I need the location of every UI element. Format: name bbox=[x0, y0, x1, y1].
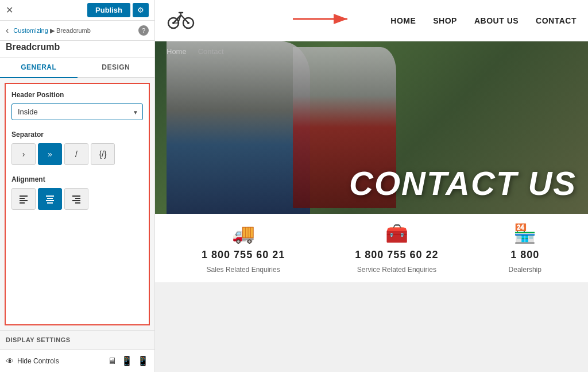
header-position-select-wrapper: Inside Outside bbox=[11, 103, 143, 120]
eye-icon: 👁 bbox=[6, 356, 14, 366]
separator-group: Separator › » / {/} bbox=[11, 131, 143, 165]
breadcrumb-parent-link[interactable]: Customizing bbox=[13, 27, 48, 34]
hide-controls-label: Hide Controls bbox=[17, 357, 59, 365]
info-item-2: 🧰 1 800 755 60 22 Service Related Enquir… bbox=[355, 223, 438, 274]
site-nav: HOME SHOP ABOUT US CONTACT bbox=[155, 0, 588, 41]
tabs-bar: GENERAL DESIGN bbox=[0, 57, 154, 78]
nav-contact[interactable]: CONTACT bbox=[536, 16, 577, 25]
align-center-button[interactable] bbox=[38, 188, 62, 210]
nav-about[interactable]: ABOUT US bbox=[474, 16, 519, 25]
back-arrow-icon[interactable]: ‹ bbox=[6, 25, 9, 36]
info-label-1: Sales Related Enquiries bbox=[207, 266, 280, 274]
truck-icon: 🚚 bbox=[232, 223, 255, 244]
preview-area: HOME SHOP ABOUT US CONTACT bbox=[155, 0, 588, 282]
align-left-icon bbox=[18, 194, 29, 204]
page-title: Breadcrumb bbox=[0, 41, 154, 57]
help-icon[interactable]: ? bbox=[138, 25, 149, 36]
hero-breadcrumb-home[interactable]: Home bbox=[167, 47, 187, 56]
site-logo bbox=[167, 7, 195, 34]
tab-general[interactable]: GENERAL bbox=[0, 57, 78, 78]
alignment-label: Alignment bbox=[11, 175, 143, 183]
red-arrow-indicator bbox=[287, 10, 356, 28]
breadcrumb-bar: ‹ Customizing ▶ Breadcrumb ? bbox=[0, 21, 154, 41]
top-bar: ✕ Publish ⚙ bbox=[0, 0, 154, 21]
toolbox-icon: 🧰 bbox=[385, 223, 408, 244]
breadcrumb-child: Breadcrumb bbox=[56, 27, 91, 34]
mobile-icon[interactable]: 📱 bbox=[137, 355, 149, 366]
hero-section: Home Contact CONTACT US bbox=[155, 41, 588, 214]
bottom-bar: 👁 Hide Controls 🖥 📱 📱 bbox=[0, 349, 154, 372]
breadcrumb-path: Customizing ▶ Breadcrumb bbox=[13, 27, 91, 34]
header-position-label: Header Position bbox=[11, 91, 143, 99]
publish-group: Publish ⚙ bbox=[87, 3, 149, 17]
publish-button[interactable]: Publish bbox=[87, 3, 130, 17]
sep-btn-slash[interactable]: / bbox=[64, 143, 88, 165]
display-settings-section: DISPLAY SETTINGS bbox=[0, 330, 154, 349]
nav-home[interactable]: HOME bbox=[390, 16, 416, 25]
align-right-icon bbox=[71, 194, 82, 204]
red-arrow-icon bbox=[287, 10, 356, 28]
info-label-2: Service Related Enquiries bbox=[357, 266, 436, 274]
align-right-button[interactable] bbox=[64, 188, 88, 210]
sep-btn-code-slash[interactable]: {/} bbox=[91, 143, 115, 165]
phone-number-1: 1 800 755 60 21 bbox=[202, 249, 285, 261]
header-position-group: Header Position Inside Outside bbox=[11, 91, 143, 120]
sep-btn-double-angle[interactable]: » bbox=[38, 143, 62, 165]
right-panel: HOME SHOP ABOUT US CONTACT bbox=[155, 0, 588, 372]
breadcrumb-arrow: ▶ bbox=[50, 27, 56, 34]
align-center-icon bbox=[45, 194, 55, 204]
bicycle-logo-icon bbox=[167, 7, 195, 30]
desktop-icon[interactable]: 🖥 bbox=[107, 355, 117, 366]
separator-label: Separator bbox=[11, 131, 143, 139]
store-icon: 🏪 bbox=[513, 223, 536, 244]
cyclist-figure-1 bbox=[167, 41, 310, 214]
left-panel: ✕ Publish ⚙ ‹ Customizing ▶ Breadcrumb ?… bbox=[0, 0, 155, 372]
phone-number-2: 1 800 755 60 22 bbox=[355, 249, 438, 261]
hero-title: CONTACT US bbox=[349, 164, 577, 202]
phone-number-3: 1 800 bbox=[510, 249, 539, 261]
device-icons: 🖥 📱 📱 bbox=[107, 355, 149, 366]
tablet-icon[interactable]: 📱 bbox=[121, 355, 133, 366]
sep-btn-angle[interactable]: › bbox=[11, 143, 36, 165]
hero-breadcrumb: Home Contact bbox=[155, 41, 588, 62]
info-item-3: 🏪 1 800 Dealership bbox=[509, 223, 541, 274]
header-position-select[interactable]: Inside Outside bbox=[11, 103, 143, 120]
separator-buttons: › » / {/} bbox=[11, 143, 143, 165]
nav-shop[interactable]: SHOP bbox=[433, 16, 457, 25]
gear-button[interactable]: ⚙ bbox=[133, 3, 149, 17]
tab-design[interactable]: DESIGN bbox=[78, 57, 155, 78]
info-item-1: 🚚 1 800 755 60 21 Sales Related Enquirie… bbox=[202, 223, 285, 274]
svg-line-17 bbox=[181, 15, 188, 23]
settings-box: Header Position Inside Outside Separator… bbox=[5, 83, 150, 325]
nav-links: HOME SHOP ABOUT US CONTACT bbox=[390, 16, 577, 25]
info-label-3: Dealership bbox=[509, 266, 541, 274]
hero-breadcrumb-current: Contact bbox=[198, 47, 224, 56]
align-left-button[interactable] bbox=[11, 188, 36, 210]
close-button[interactable]: ✕ bbox=[6, 5, 13, 16]
alignment-group: Alignment bbox=[11, 175, 143, 210]
info-section: 🚚 1 800 755 60 21 Sales Related Enquirie… bbox=[155, 214, 588, 282]
alignment-buttons bbox=[11, 188, 143, 210]
hide-controls-button[interactable]: 👁 Hide Controls bbox=[6, 356, 59, 366]
